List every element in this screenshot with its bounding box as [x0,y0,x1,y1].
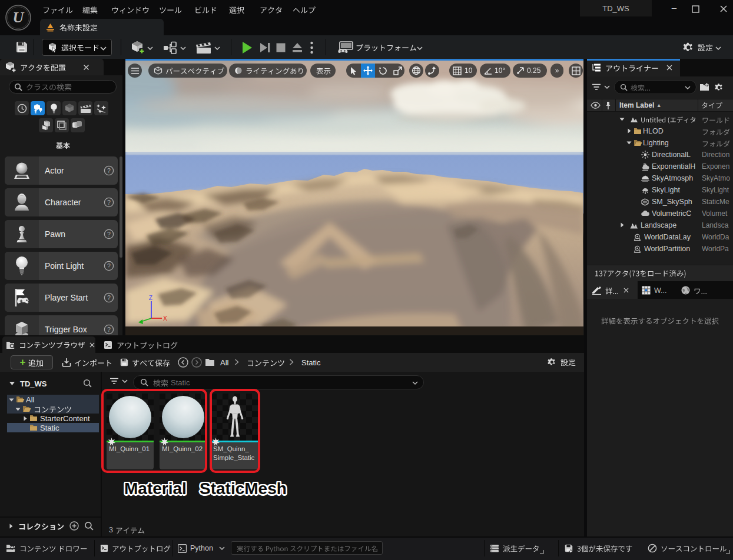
svg-text:Z: Z [149,295,152,301]
svg-text:?: ? [107,167,111,174]
svg-text:?: ? [107,262,111,269]
svg-text:X: X [163,315,167,322]
svg-text:?: ? [107,326,111,333]
svg-text:U: U [13,9,25,26]
svg-text:?: ? [107,199,111,206]
svg-text:?: ? [107,294,111,301]
svg-text:?: ? [107,231,111,238]
